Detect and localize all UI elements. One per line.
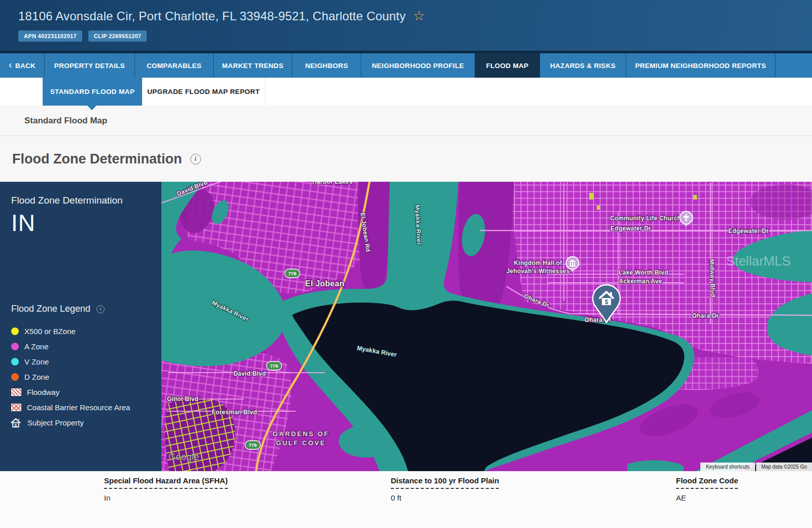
flood-zone-sidebar: Flood Zone Determination IN Flood Zone L…: [0, 182, 161, 471]
coastal-barrier-crosshatch-icon: [11, 404, 21, 411]
page-title: Flood Zone Determination: [12, 151, 182, 167]
map-label-gardens-line1: GARDENS OF: [273, 430, 329, 438]
property-header: 18106 Avonsdale Cir, Port Charlotte, FL …: [0, 0, 812, 51]
legend-item-v-zone: V Zone: [11, 354, 155, 369]
tab-flood-map[interactable]: FLOOD MAP: [475, 53, 540, 78]
map-attribution: Keyboard shortcuts Map data ©2025 Go: [700, 463, 812, 471]
legend-item-coastal-barrier: Coastal Barrier Resource Area: [11, 400, 155, 415]
stat-flood-zone-code-value: AE: [676, 493, 738, 502]
flood-map-canvas[interactable]: Harbor Lakes El Jobean Rd El Jobean Myak…: [161, 182, 812, 471]
x500-zone-dot-icon: [11, 327, 19, 335]
x500-spot: [589, 193, 594, 200]
favorite-star-icon[interactable]: ☆: [413, 9, 425, 23]
breadcrumb-strip: Standard Flood Map: [0, 106, 812, 136]
info-icon[interactable]: i: [190, 154, 201, 164]
tab-property-details[interactable]: PROPERTY DETAILS: [45, 53, 135, 78]
flood-map-subnav: STANDARD FLOOD MAP UPGRADE FLOOD MAP REP…: [0, 78, 812, 106]
stat-sfha-value: In: [104, 493, 228, 502]
breadcrumb: Standard Flood Map: [24, 116, 107, 126]
highway-shield-776: 776: [266, 361, 282, 370]
legend-item-subject-property: $ Subject Property: [11, 415, 155, 430]
map-label-community-life-church: Community Life Church: [610, 215, 681, 222]
google-logo: Google: [168, 452, 199, 462]
determination-value: IN: [11, 209, 152, 237]
active-subtab-caret: [87, 106, 96, 110]
stat-flood-zone-code: Flood Zone Code AE: [676, 476, 738, 502]
flood-zone-legend: Flood Zone Legend i X500 or BZone A Zone…: [11, 304, 155, 430]
map-label-kingdom-hall-line1: Kingdom Hall of: [514, 259, 563, 267]
map-label-edgewater-dr: Edgewater Dr: [611, 225, 651, 232]
map-label-gillot-blvd: Gillot Blvd: [167, 395, 198, 403]
tab-neighborhood-profile[interactable]: NEIGHBORHOOD PROFILE: [361, 53, 475, 78]
stat-flood-zone-code-label[interactable]: Flood Zone Code: [676, 476, 738, 489]
legend-item-floodway: Floodway: [11, 384, 155, 400]
highway-shield-776: 776: [245, 441, 260, 449]
keyboard-shortcuts-button[interactable]: Keyboard shortcuts: [706, 464, 750, 470]
subtab-upgrade-flood-map-report[interactable]: UPGRADE FLOOD MAP REPORT: [142, 78, 265, 106]
subject-property-house-icon: $: [10, 417, 22, 428]
stat-distance-value: 0 ft: [391, 493, 499, 502]
tab-comparables[interactable]: COMPARABLES: [135, 53, 214, 78]
map-label-gardens-line2: GULF COVE: [276, 439, 326, 447]
flood-map-panel: Flood Zone Determination IN Flood Zone L…: [0, 182, 812, 471]
back-button[interactable]: ‹ BACK: [0, 53, 45, 78]
map-label-harbor-lakes: Harbor Lakes: [312, 182, 352, 185]
map-label-ackerman-ave: Ackerman Ave: [619, 278, 662, 285]
legend-item-x500: X500 or BZone: [11, 323, 155, 339]
map-label-lake-worth-blvd: Lake Worth Blvd: [619, 269, 668, 276]
clip-badge: CLIP 2269551207: [88, 30, 147, 42]
svg-text:$: $: [15, 422, 17, 427]
map-label-edgewater-dr: Edgewater Dr: [728, 227, 769, 235]
tab-hazards-risks[interactable]: HAZARDS & RISKS: [540, 53, 626, 78]
legend-title: Flood Zone Legend: [11, 304, 90, 314]
nav-tab-partial: [775, 53, 812, 78]
legend-item-a-zone: A Zone: [11, 339, 155, 354]
map-label-david-blvd: David Blvd: [233, 370, 266, 377]
map-data-attribution: Map data ©2025 Go: [761, 464, 807, 470]
tab-market-trends[interactable]: MARKET TRENDS: [214, 53, 292, 78]
determination-label: Flood Zone Determination: [11, 195, 152, 206]
highway-shield-776: 776: [285, 269, 300, 278]
legend-info-icon[interactable]: i: [96, 305, 105, 313]
map-label-ohara-dr: Ohara Dr: [692, 312, 719, 319]
flood-stats-row: Special Flood Hazard Area (SFHA) In Dist…: [0, 471, 812, 528]
tab-neighbors[interactable]: NEIGHBORS: [292, 53, 361, 78]
svg-text:776: 776: [270, 363, 278, 369]
d-zone-dot-icon: [11, 373, 19, 381]
flood-map-svg: Harbor Lakes El Jobean Rd El Jobean Myak…: [161, 182, 812, 471]
stellar-mls-watermark: StellarMLS: [726, 253, 791, 269]
back-chevron-icon: ‹: [9, 59, 12, 71]
svg-text:776: 776: [288, 271, 296, 276]
svg-text:776: 776: [249, 442, 257, 448]
main-nav: ‹ BACK PROPERTY DETAILS COMPARABLES MARK…: [0, 51, 812, 78]
map-label-kingdom-hall-line2: Jehovah's Witnesses: [506, 268, 570, 275]
v-zone-dot-icon: [11, 358, 19, 366]
stat-sfha: Special Flood Hazard Area (SFHA) In: [104, 476, 228, 502]
apn-badge: APN 402231102017: [18, 30, 82, 42]
map-label-foresman-blvd: Foresman Blvd: [212, 409, 257, 416]
subtab-standard-flood-map[interactable]: STANDARD FLOOD MAP: [43, 78, 142, 106]
stat-distance-label[interactable]: Distance to 100 yr Flood Plain: [391, 476, 499, 489]
map-label-midway-blvd: Midway Blvd: [708, 259, 717, 297]
map-label-el-jobean: El Jobean: [305, 279, 344, 288]
stat-distance: Distance to 100 yr Flood Plain 0 ft: [391, 476, 499, 502]
x500-spot: [597, 206, 600, 210]
tab-premium-reports[interactable]: PREMIUM NEIGHBORHOOD REPORTS: [626, 53, 775, 78]
property-address: 18106 Avonsdale Cir, Port Charlotte, FL …: [18, 9, 405, 23]
svg-text:$: $: [605, 299, 608, 306]
floodway-stripes-icon: [11, 388, 21, 396]
legend-item-d-zone: D Zone: [11, 369, 155, 384]
x500-spot: [693, 195, 697, 200]
stat-sfha-label[interactable]: Special Flood Hazard Area (SFHA): [104, 476, 228, 489]
a-zone-dot-icon: [11, 343, 19, 350]
